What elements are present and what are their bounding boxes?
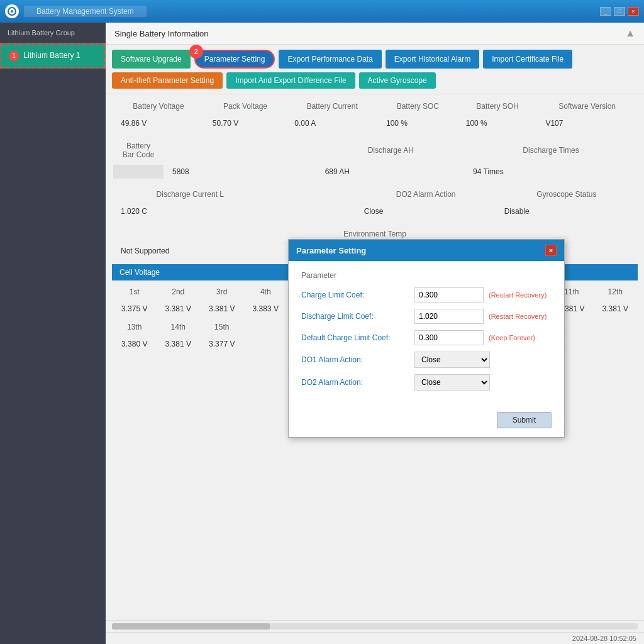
modal-footer: Submit bbox=[289, 407, 564, 437]
svg-point-1 bbox=[11, 10, 13, 13]
minimize-button[interactable]: _ bbox=[600, 7, 611, 16]
cv-col-3: 3rd bbox=[201, 284, 243, 300]
cv-1-2: 3.381 V bbox=[157, 301, 200, 317]
col-discharge-ah: Discharge AH bbox=[318, 138, 464, 164]
modal-row-charge: Charge Limit Coef: (Restart Recovery) bbox=[301, 287, 552, 303]
cv-2-1: 3.380 V bbox=[113, 336, 156, 352]
cv-1-1: 3.375 V bbox=[113, 301, 156, 317]
discharge-coef-label: Discharge Limit Coef: bbox=[301, 312, 414, 321]
sidebar-badge: 1 bbox=[9, 51, 19, 61]
import-certificate-button[interactable]: Import Certificate File bbox=[483, 50, 572, 69]
do2-alarm-value: Close bbox=[357, 204, 496, 218]
default-charge-hint: (Keep Forever) bbox=[489, 334, 535, 341]
barcode-value bbox=[113, 165, 164, 179]
discharge-current-value: 1.020 C bbox=[113, 204, 267, 218]
bottom-scrollbar bbox=[106, 620, 644, 632]
col-battery-current: Battery Current bbox=[287, 98, 377, 115]
import-export-diff-button[interactable]: Import And Export Difference File bbox=[226, 72, 355, 89]
cv-col-13: 13th bbox=[113, 319, 156, 335]
scroll-up-arrow[interactable]: ▲ bbox=[625, 28, 635, 39]
modal-section-title: Parameter bbox=[301, 271, 552, 280]
col-battery-soc: Battery SOC bbox=[379, 98, 457, 115]
do1-alarm-label: DO1 Alarm Action: bbox=[301, 355, 414, 364]
software-upgrade-button[interactable]: Software Upgrade bbox=[112, 50, 191, 69]
modal-header: Parameter Setting × bbox=[289, 240, 564, 261]
barcode-partial: 5808 bbox=[165, 165, 242, 179]
discharge-coef-hint: (Restart Recovery) bbox=[489, 313, 547, 320]
scroll-thumb[interactable] bbox=[112, 623, 270, 630]
sub-header-title: Single Battery Information bbox=[114, 29, 209, 38]
battery-info-table2: Battery Bar Code Discharge AH Discharge … bbox=[106, 134, 644, 182]
col-discharge-current: Discharge Current L bbox=[113, 186, 267, 203]
col-gyroscope-status: Gyroscope Status bbox=[497, 186, 636, 203]
battery-voltage-value: 49.86 V bbox=[113, 116, 204, 130]
active-gyroscope-button[interactable]: Active Gyroscope bbox=[359, 72, 436, 89]
modal-row-do2: DO2 Alarm Action: Close Open bbox=[301, 374, 552, 391]
do1-alarm-select[interactable]: Close Open bbox=[414, 352, 490, 368]
maximize-button[interactable]: □ bbox=[614, 7, 625, 16]
cv-col-14: 14th bbox=[157, 319, 200, 335]
title-bar-title: Battery Management System bbox=[24, 6, 147, 17]
col-battery-soh: Battery SOH bbox=[458, 98, 537, 115]
parameter-setting-button[interactable]: 2 Parameter Setting bbox=[194, 50, 275, 69]
default-charge-input[interactable] bbox=[414, 330, 484, 345]
cv-col-12: 12th bbox=[594, 284, 637, 300]
sidebar-item-battery1[interactable]: 1 Lithium Battery 1 bbox=[0, 43, 106, 69]
cv-col-15: 15th bbox=[201, 319, 243, 335]
battery-info-table3: Discharge Current L DO2 Alarm Action Gyr… bbox=[106, 182, 644, 222]
cv-2-3: 3.377 V bbox=[201, 336, 243, 352]
close-button[interactable]: × bbox=[628, 7, 639, 16]
title-bar: Battery Management System _ □ × bbox=[0, 0, 644, 23]
sub-header: Single Battery Information ▲ bbox=[106, 23, 644, 45]
col-do2-alarm: DO2 Alarm Action bbox=[357, 186, 496, 203]
anti-theft-button[interactable]: Anti-theft Parameter Setting bbox=[112, 72, 223, 89]
cv-col-4: 4th bbox=[245, 284, 287, 300]
discharge-coef-input[interactable] bbox=[414, 309, 484, 324]
table-row: 1.020 C Close Disable bbox=[113, 204, 636, 218]
battery-soh-value: 100 % bbox=[458, 116, 537, 130]
cv-1-4: 3.383 V bbox=[245, 301, 287, 317]
export-performance-button[interactable]: Export Performance Data bbox=[279, 50, 381, 69]
discharge-times-value: 94 Times bbox=[465, 165, 636, 179]
modal-row-default-charge: Default Charge Limit Coef: (Keep Forever… bbox=[301, 330, 552, 345]
do2-alarm-select[interactable]: Close Open bbox=[414, 374, 490, 391]
scroll-track[interactable] bbox=[112, 623, 638, 630]
title-bar-controls: _ □ × bbox=[600, 7, 639, 16]
battery-info-table: Battery Voltage Pack Voltage Battery Cur… bbox=[106, 94, 644, 134]
cv-col-1: 1st bbox=[113, 284, 156, 300]
export-alarm-button[interactable]: Export Historical Alarm bbox=[386, 50, 479, 69]
status-bar: 2024-08-28 10:52:05 bbox=[106, 632, 644, 644]
parameter-setting-label: Parameter Setting bbox=[204, 55, 265, 64]
pack-voltage-value: 50.70 V bbox=[205, 116, 286, 130]
charge-coef-input[interactable] bbox=[414, 287, 484, 303]
parameter-setting-modal: Parameter Setting × Parameter Charge Lim… bbox=[288, 239, 565, 438]
toolbar-badge: 2 bbox=[189, 45, 203, 58]
gyroscope-status-value: Disable bbox=[497, 204, 636, 218]
col-discharge-times: Discharge Times bbox=[465, 138, 636, 164]
title-bar-left: Battery Management System bbox=[5, 4, 147, 18]
sidebar-item-label: Lithium Battery 1 bbox=[23, 51, 80, 60]
cv-col-2: 2nd bbox=[157, 284, 200, 300]
table-row: 5808 689 AH 94 Times bbox=[113, 165, 636, 179]
col-software-version: Software Version bbox=[538, 98, 636, 115]
modal-row-discharge: Discharge Limit Coef: (Restart Recovery) bbox=[301, 309, 552, 324]
charge-coef-hint: (Restart Recovery) bbox=[489, 291, 547, 299]
app-icon bbox=[5, 4, 19, 18]
modal-close-button[interactable]: × bbox=[545, 245, 557, 256]
col-pack-voltage: Pack Voltage bbox=[205, 98, 286, 115]
cv-1-12: 3.381 V bbox=[594, 301, 637, 317]
sidebar: Lithium Battery Group 1 Lithium Battery … bbox=[0, 23, 106, 644]
battery-current-value: 0.00 A bbox=[287, 116, 377, 130]
app-window: Battery Management System _ □ × Lithium … bbox=[0, 0, 644, 644]
cv-1-3: 3.381 V bbox=[201, 301, 243, 317]
cv-2-2: 3.381 V bbox=[157, 336, 200, 352]
modal-row-do1: DO1 Alarm Action: Close Open bbox=[301, 352, 552, 368]
content-area: Single Battery Information ▲ Software Up… bbox=[106, 23, 644, 644]
toolbar: Software Upgrade 2 Parameter Setting Exp… bbox=[106, 45, 644, 94]
timestamp: 2024-08-28 10:52:05 bbox=[572, 635, 636, 642]
sidebar-header: Lithium Battery Group bbox=[0, 23, 106, 43]
battery-soc-value: 100 % bbox=[379, 116, 457, 130]
table-row: 49.86 V 50.70 V 0.00 A 100 % 100 % V107 bbox=[113, 116, 636, 130]
default-charge-label: Default Charge Limit Coef: bbox=[301, 333, 414, 342]
submit-button[interactable]: Submit bbox=[497, 412, 552, 428]
